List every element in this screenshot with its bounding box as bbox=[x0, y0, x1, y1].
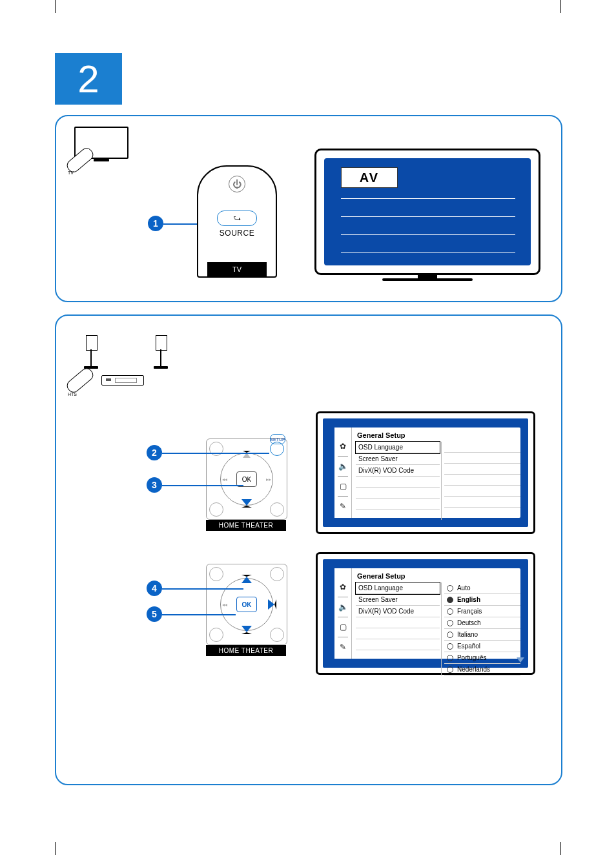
divider bbox=[338, 456, 348, 457]
option-label: Italiano bbox=[457, 631, 478, 638]
divider bbox=[338, 637, 348, 637]
crop-mark bbox=[55, 0, 56, 13]
nav-down-icon[interactable] bbox=[241, 626, 252, 634]
option-label: Português bbox=[457, 654, 487, 661]
nav-up-icon[interactable] bbox=[241, 575, 252, 583]
corner-button[interactable] bbox=[209, 567, 223, 581]
language-option[interactable]: Deutsch bbox=[444, 617, 520, 629]
video-tab-icon[interactable]: ▢ bbox=[338, 482, 347, 491]
corner-button[interactable] bbox=[209, 628, 223, 642]
blank bbox=[356, 639, 440, 650]
tv-remote-base-label: TV bbox=[207, 262, 267, 276]
blank bbox=[356, 650, 440, 661]
language-option[interactable]: Italiano bbox=[444, 629, 520, 641]
hts-remote-base-label: HOME THEATER bbox=[206, 520, 286, 531]
corner-button[interactable] bbox=[270, 567, 284, 581]
menu-line bbox=[341, 216, 515, 217]
speaker-icon bbox=[86, 335, 98, 351]
speaker-pole-icon bbox=[160, 349, 161, 366]
blank bbox=[444, 475, 520, 486]
language-option[interactable]: Nederlands bbox=[444, 664, 520, 675]
language-option[interactable]: Français bbox=[444, 606, 520, 617]
option-label: Français bbox=[457, 608, 482, 615]
hts-illustration-icon: HTS bbox=[68, 330, 171, 388]
menu-item[interactable]: OSD Language bbox=[356, 442, 440, 453]
option-label: English bbox=[457, 596, 480, 603]
option-label: Auto bbox=[457, 584, 471, 592]
menu-main: General Setup OSD Language Screen Saver … bbox=[352, 568, 520, 659]
scroll-down-icon[interactable] bbox=[517, 657, 524, 663]
ok-button[interactable]: OK bbox=[236, 597, 257, 612]
blank bbox=[356, 477, 440, 488]
next-icon[interactable]: ▸▸ bbox=[266, 477, 271, 482]
language-option[interactable]: Español bbox=[444, 641, 520, 652]
prev-icon[interactable]: ◂◂ bbox=[222, 477, 227, 482]
blank bbox=[356, 488, 440, 499]
nav-right-icon[interactable] bbox=[268, 599, 276, 610]
menu-screen-2: ✿ 🔈 ▢ ✎ General Setup OSD Language Scree… bbox=[316, 552, 535, 675]
menu-line bbox=[341, 198, 515, 199]
gear-icon[interactable]: ✿ bbox=[338, 442, 347, 451]
blank bbox=[356, 499, 440, 510]
menu-line bbox=[341, 252, 515, 253]
option-label: Español bbox=[457, 643, 480, 650]
blank bbox=[444, 442, 520, 453]
crop-mark bbox=[560, 842, 561, 855]
speaker-icon bbox=[156, 335, 167, 351]
osd-menu: ✿ 🔈 ▢ ✎ General Setup OSD Language Scree… bbox=[334, 568, 520, 659]
radio-icon bbox=[447, 655, 453, 661]
option-label: Deutsch bbox=[457, 619, 481, 626]
blank bbox=[444, 486, 520, 497]
tv-stand-icon bbox=[418, 273, 437, 278]
corner-button[interactable] bbox=[209, 502, 223, 517]
nav-down-icon[interactable] bbox=[241, 499, 252, 508]
language-option[interactable]: English bbox=[444, 594, 520, 606]
pref-tab-icon[interactable]: ✎ bbox=[338, 643, 347, 652]
radio-icon bbox=[447, 643, 453, 650]
corner-button[interactable] bbox=[270, 628, 284, 642]
corner-button[interactable] bbox=[209, 442, 223, 456]
crop-mark bbox=[55, 842, 56, 855]
bullet-2-line bbox=[162, 453, 269, 454]
nav-ring[interactable]: OK bbox=[220, 453, 273, 506]
tv-remote: ⏻ ⮑ SOURCE TV bbox=[197, 165, 277, 278]
blank bbox=[444, 508, 520, 518]
speaker-tab-icon[interactable]: 🔈 bbox=[338, 603, 347, 612]
divider bbox=[338, 617, 348, 617]
screen: ✿ 🔈 ▢ ✎ General Setup OSD Language Scree… bbox=[323, 559, 528, 668]
corner-button[interactable] bbox=[270, 502, 284, 517]
menu-left: OSD Language Screen Saver DivX(R) VOD Co… bbox=[356, 442, 442, 520]
tv-screen: AV bbox=[324, 158, 531, 265]
speaker-tab-icon[interactable]: 🔈 bbox=[338, 462, 347, 471]
bullet-4-line bbox=[162, 588, 243, 590]
divider bbox=[338, 496, 348, 497]
menu-item[interactable]: Screen Saver bbox=[356, 453, 440, 465]
nav-up-icon[interactable] bbox=[243, 451, 251, 458]
prev-icon[interactable]: ◂◂ bbox=[222, 602, 227, 608]
radio-icon bbox=[447, 666, 453, 673]
pref-tab-icon[interactable]: ✎ bbox=[338, 502, 347, 511]
language-option[interactable]: Auto bbox=[444, 582, 520, 594]
hts-remote-dpad-1: SETUP OK ◂◂ ▸▸ bbox=[206, 438, 287, 520]
menu-right bbox=[442, 442, 520, 520]
blank bbox=[356, 617, 440, 628]
speaker-pole-icon bbox=[90, 349, 92, 366]
hts-remote-base-label: HOME THEATER bbox=[206, 645, 286, 656]
tv-label: TV bbox=[68, 170, 74, 175]
panel-tv-source: TV 1 ⏻ ⮑ SOURCE TV AV bbox=[55, 115, 562, 302]
bullet-3: 3 bbox=[147, 477, 162, 493]
tv-source-selected: AV bbox=[341, 167, 398, 188]
gear-icon[interactable]: ✿ bbox=[338, 582, 347, 592]
video-tab-icon[interactable]: ▢ bbox=[338, 623, 347, 632]
menu-options: AutoEnglishFrançaisDeutschItalianoEspaño… bbox=[442, 582, 520, 675]
nav-ring[interactable]: OK bbox=[220, 578, 273, 631]
radio-icon bbox=[447, 620, 453, 626]
menu-item[interactable]: DivX(R) VOD Code bbox=[356, 606, 440, 617]
menu-item[interactable]: OSD Language bbox=[356, 582, 440, 594]
radio-icon bbox=[447, 632, 453, 638]
source-button[interactable]: ⮑ bbox=[217, 211, 257, 226]
menu-item[interactable]: DivX(R) VOD Code bbox=[356, 465, 440, 477]
blank bbox=[444, 453, 520, 464]
menu-item[interactable]: Screen Saver bbox=[356, 594, 440, 606]
language-option[interactable]: Português bbox=[444, 652, 520, 664]
